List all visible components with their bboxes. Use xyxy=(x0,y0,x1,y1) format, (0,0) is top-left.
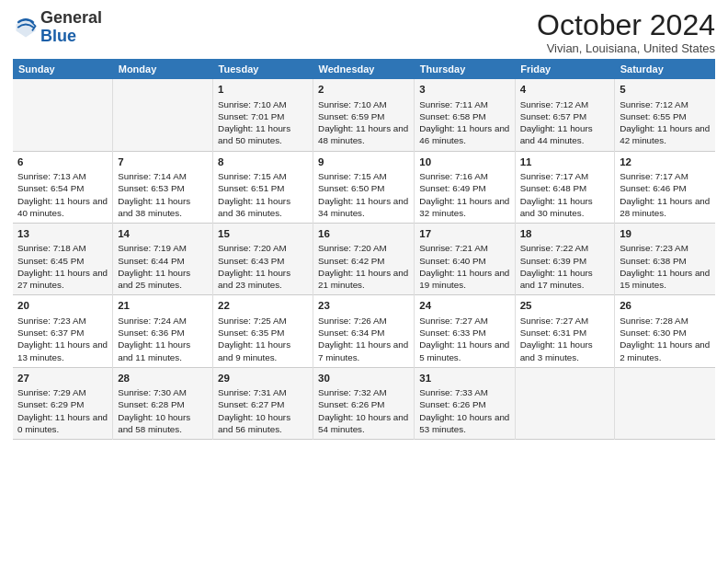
logo: General Blue xyxy=(13,9,102,46)
day-number: 19 xyxy=(620,227,711,242)
cell-text: Sunset: 6:26 PM xyxy=(419,398,509,410)
cell-text: Daylight: 11 hours and 32 minutes. xyxy=(419,195,509,219)
calendar-cell: 20Sunrise: 7:23 AMSunset: 6:37 PMDayligh… xyxy=(13,295,113,367)
cell-text: Daylight: 11 hours and 2 minutes. xyxy=(620,339,711,362)
col-header-tuesday: Tuesday xyxy=(213,59,313,79)
cell-text: Daylight: 11 hours and 15 minutes. xyxy=(620,267,711,291)
calendar-cell: 29Sunrise: 7:31 AMSunset: 6:27 PMDayligh… xyxy=(213,367,313,439)
cell-text: Sunrise: 7:13 AM xyxy=(17,170,108,182)
cell-text: Daylight: 11 hours and 17 minutes. xyxy=(520,267,610,291)
cell-text: Sunset: 7:01 PM xyxy=(218,110,308,122)
cell-text: Sunrise: 7:21 AM xyxy=(419,242,509,254)
cell-text: Sunrise: 7:22 AM xyxy=(520,242,610,254)
cell-text: Daylight: 11 hours and 9 minutes. xyxy=(218,339,308,362)
calendar-cell: 18Sunrise: 7:22 AMSunset: 6:39 PMDayligh… xyxy=(515,223,615,294)
calendar-cell: 2Sunrise: 7:10 AMSunset: 6:59 PMDaylight… xyxy=(313,79,415,151)
logo-text: General Blue xyxy=(40,9,102,46)
cell-text: Daylight: 11 hours and 44 minutes. xyxy=(520,122,610,146)
cell-text: Daylight: 11 hours and 11 minutes. xyxy=(118,339,208,362)
cell-text: Sunset: 6:40 PM xyxy=(419,255,509,267)
week-row-1: 1Sunrise: 7:10 AMSunset: 7:01 PMDaylight… xyxy=(13,79,715,151)
day-number: 4 xyxy=(520,83,610,98)
cell-text: Daylight: 11 hours and 28 minutes. xyxy=(620,195,711,219)
week-row-5: 27Sunrise: 7:29 AMSunset: 6:29 PMDayligh… xyxy=(13,367,715,439)
cell-text: Sunset: 6:28 PM xyxy=(118,398,208,410)
cell-text: Sunset: 6:27 PM xyxy=(218,398,308,410)
calendar-cell: 23Sunrise: 7:26 AMSunset: 6:34 PMDayligh… xyxy=(313,295,415,367)
calendar-cell: 10Sunrise: 7:16 AMSunset: 6:49 PMDayligh… xyxy=(415,151,515,223)
calendar-cell: 13Sunrise: 7:18 AMSunset: 6:45 PMDayligh… xyxy=(13,223,113,294)
cell-text: Daylight: 11 hours and 23 minutes. xyxy=(218,267,308,291)
cell-text: Sunset: 6:35 PM xyxy=(218,327,308,339)
day-number: 14 xyxy=(118,227,208,242)
calendar-cell: 7Sunrise: 7:14 AMSunset: 6:53 PMDaylight… xyxy=(113,151,213,223)
col-header-monday: Monday xyxy=(113,59,213,79)
cell-text: Sunrise: 7:30 AM xyxy=(118,386,208,398)
col-header-friday: Friday xyxy=(515,59,615,79)
calendar-cell: 28Sunrise: 7:30 AMSunset: 6:28 PMDayligh… xyxy=(113,367,213,439)
cell-text: Sunrise: 7:29 AM xyxy=(17,386,108,398)
cell-text: Sunrise: 7:19 AM xyxy=(118,242,208,254)
calendar-cell: 1Sunrise: 7:10 AMSunset: 7:01 PMDaylight… xyxy=(213,79,313,151)
week-row-2: 6Sunrise: 7:13 AMSunset: 6:54 PMDaylight… xyxy=(13,151,715,223)
cell-text: Sunset: 6:49 PM xyxy=(419,182,509,194)
col-header-saturday: Saturday xyxy=(615,59,715,79)
calendar-cell: 26Sunrise: 7:28 AMSunset: 6:30 PMDayligh… xyxy=(615,295,715,367)
day-number: 15 xyxy=(218,227,308,242)
cell-text: Daylight: 11 hours and 27 minutes. xyxy=(17,267,108,291)
day-number: 3 xyxy=(419,83,509,98)
day-number: 23 xyxy=(318,299,409,314)
cell-text: Daylight: 11 hours and 25 minutes. xyxy=(118,267,208,291)
cell-text: Sunrise: 7:17 AM xyxy=(620,170,711,182)
cell-text: Sunrise: 7:27 AM xyxy=(520,315,610,327)
calendar-cell xyxy=(615,367,715,439)
cell-text: Daylight: 11 hours and 34 minutes. xyxy=(318,195,409,219)
day-number: 7 xyxy=(118,155,208,170)
day-number: 18 xyxy=(520,227,610,242)
cell-text: Sunrise: 7:16 AM xyxy=(419,170,509,182)
day-number: 22 xyxy=(218,299,308,314)
cell-text: Sunset: 6:39 PM xyxy=(520,255,610,267)
cell-text: Daylight: 11 hours and 38 minutes. xyxy=(118,195,208,219)
calendar-cell: 25Sunrise: 7:27 AMSunset: 6:31 PMDayligh… xyxy=(515,295,615,367)
calendar-cell: 27Sunrise: 7:29 AMSunset: 6:29 PMDayligh… xyxy=(13,367,113,439)
cell-text: Sunrise: 7:15 AM xyxy=(318,170,409,182)
calendar-cell: 15Sunrise: 7:20 AMSunset: 6:43 PMDayligh… xyxy=(213,223,313,294)
day-number: 25 xyxy=(520,299,610,314)
cell-text: Daylight: 11 hours and 30 minutes. xyxy=(520,195,610,219)
cell-text: Daylight: 10 hours and 54 minutes. xyxy=(318,411,409,435)
cell-text: Sunrise: 7:25 AM xyxy=(218,315,308,327)
cell-text: Sunset: 6:54 PM xyxy=(17,182,108,194)
cell-text: Daylight: 11 hours and 19 minutes. xyxy=(419,267,509,291)
day-number: 6 xyxy=(17,155,108,170)
cell-text: Daylight: 11 hours and 21 minutes. xyxy=(318,267,409,291)
page-header: General Blue October 2024 Vivian, Louisi… xyxy=(13,9,715,55)
day-number: 17 xyxy=(419,227,509,242)
calendar-cell: 11Sunrise: 7:17 AMSunset: 6:48 PMDayligh… xyxy=(515,151,615,223)
day-number: 2 xyxy=(318,83,409,98)
cell-text: Sunset: 6:55 PM xyxy=(620,110,711,122)
calendar-cell: 8Sunrise: 7:15 AMSunset: 6:51 PMDaylight… xyxy=(213,151,313,223)
calendar-cell: 21Sunrise: 7:24 AMSunset: 6:36 PMDayligh… xyxy=(113,295,213,367)
cell-text: Sunrise: 7:33 AM xyxy=(419,386,509,398)
cell-text: Sunset: 6:45 PM xyxy=(17,255,108,267)
cell-text: Sunset: 6:46 PM xyxy=(620,182,711,194)
calendar-cell: 17Sunrise: 7:21 AMSunset: 6:40 PMDayligh… xyxy=(415,223,515,294)
cell-text: Daylight: 10 hours and 56 minutes. xyxy=(218,411,308,435)
day-number: 29 xyxy=(218,372,308,386)
cell-text: Daylight: 11 hours and 36 minutes. xyxy=(218,195,308,219)
day-number: 30 xyxy=(318,372,409,386)
day-number: 13 xyxy=(17,227,108,242)
calendar-cell: 4Sunrise: 7:12 AMSunset: 6:57 PMDaylight… xyxy=(515,79,615,151)
logo-icon xyxy=(13,15,39,40)
cell-text: Sunset: 6:43 PM xyxy=(218,255,308,267)
cell-text: Sunrise: 7:18 AM xyxy=(17,242,108,254)
cell-text: Daylight: 11 hours and 7 minutes. xyxy=(318,339,409,362)
cell-text: Daylight: 11 hours and 0 minutes. xyxy=(17,411,108,435)
calendar-cell: 14Sunrise: 7:19 AMSunset: 6:44 PMDayligh… xyxy=(113,223,213,294)
cell-text: Daylight: 11 hours and 48 minutes. xyxy=(318,122,409,146)
cell-text: Sunset: 6:53 PM xyxy=(118,182,208,194)
calendar-cell: 6Sunrise: 7:13 AMSunset: 6:54 PMDaylight… xyxy=(13,151,113,223)
cell-text: Sunset: 6:30 PM xyxy=(620,327,711,339)
cell-text: Daylight: 11 hours and 5 minutes. xyxy=(419,339,509,362)
